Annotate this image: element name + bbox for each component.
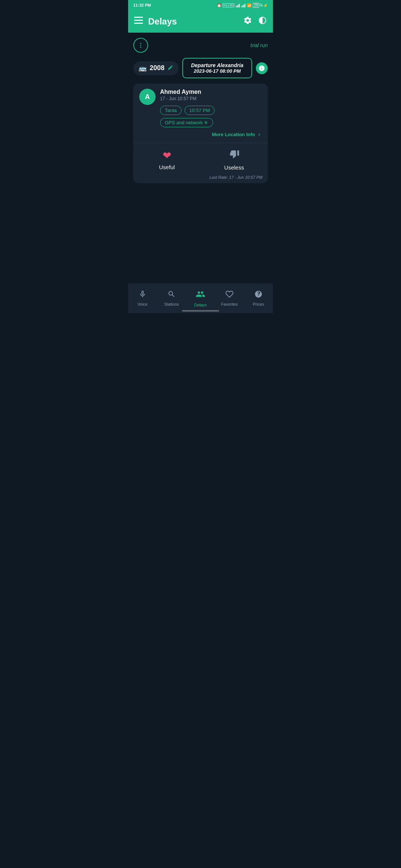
menu-button[interactable] <box>134 17 143 26</box>
app-title: Delays <box>148 16 177 27</box>
svg-rect-0 <box>134 17 143 18</box>
app-bar: Delays <box>128 10 273 33</box>
edit-icon[interactable] <box>167 65 173 72</box>
trial-run-label: trial run <box>250 42 268 48</box>
status-time: 11:32 PM <box>133 3 151 7</box>
departure-title: Departure Alexandria <box>188 62 247 68</box>
more-location-row: More Location Info <box>160 131 262 138</box>
signal-bars-1 <box>236 3 240 7</box>
train-number-badge: 🚌 2008 <box>133 61 179 75</box>
report-card: A Ahmed Aymen 17 - Jun 10:57 PM Tanta 10… <box>133 83 268 183</box>
train-info-row: 🚌 2008 Departure Alexandria 2023-06-17 0… <box>133 58 268 78</box>
main-content: trial run 🚌 2008 Departure Alexandria 20… <box>128 33 273 183</box>
info-button[interactable] <box>256 62 268 74</box>
alarm-icon: ⏰ <box>217 3 221 7</box>
app-bar-left: Delays <box>134 16 177 27</box>
heart-icon: ❤ <box>163 149 171 162</box>
nav-prices[interactable]: Prices <box>244 287 273 306</box>
bottom-nav: Voice Stations Delays Favorites <box>128 283 273 313</box>
thumbsdown-icon <box>229 149 239 162</box>
more-options-button[interactable] <box>133 38 148 53</box>
prices-nav-label: Prices <box>253 302 264 306</box>
report-tags: Tanta 10:57 PM GPS and network ✳ <box>160 106 262 127</box>
tag-location[interactable]: Tanta <box>160 106 182 115</box>
svg-point-4 <box>140 45 141 46</box>
home-indicator <box>182 310 219 312</box>
svg-rect-2 <box>134 23 143 24</box>
train-number: 2008 <box>150 64 164 72</box>
favorites-nav-label: Favorites <box>221 302 238 306</box>
status-icons: ⏰ Yo LTE 📶 29% ⚡ <box>217 3 268 8</box>
report-user-name: Ahmed Aymen <box>160 89 262 95</box>
app-bar-right <box>243 16 267 27</box>
departure-box[interactable]: Departure Alexandria 2023-06-17 08:00 PM <box>182 58 252 78</box>
delays-nav-label: Delays <box>194 303 207 307</box>
useless-label: Useless <box>224 164 244 171</box>
nav-delays[interactable]: Delays <box>186 286 215 307</box>
nav-favorites[interactable]: Favorites <box>215 287 244 306</box>
signal-bars-2 <box>241 3 245 7</box>
nav-voice[interactable]: Voice <box>128 287 157 306</box>
status-bar: 11:32 PM ⏰ Yo LTE 📶 29% ⚡ <box>128 0 273 10</box>
train-icon: 🚌 <box>138 64 147 72</box>
voice-nav-icon <box>138 290 147 300</box>
svg-rect-1 <box>134 20 143 21</box>
prices-nav-icon <box>254 290 263 300</box>
tag-gps[interactable]: GPS and network ✳ <box>160 118 213 127</box>
rating-row: ❤ Useful Useless <box>133 143 268 175</box>
top-row: trial run <box>133 38 268 53</box>
report-header: A Ahmed Aymen 17 - Jun 10:57 PM Tanta 10… <box>133 83 268 143</box>
svg-point-5 <box>140 47 141 48</box>
report-timestamp: 17 - Jun 10:57 PM <box>160 96 262 101</box>
stations-nav-label: Stations <box>164 302 179 306</box>
useless-button[interactable]: Useless <box>200 143 268 175</box>
battery-icon: 29% ⚡ <box>253 3 268 8</box>
report-user-row: A Ahmed Aymen 17 - Jun 10:57 PM Tanta 10… <box>139 89 262 138</box>
favorites-nav-icon <box>225 290 234 300</box>
departure-date: 2023-06-17 08:00 PM <box>188 68 247 74</box>
wifi-icon: 📶 <box>247 3 251 7</box>
tag-time[interactable]: 10:57 PM <box>185 106 215 115</box>
svg-point-3 <box>140 43 141 44</box>
useful-button[interactable]: ❤ Useful <box>133 144 200 175</box>
lte-icon: Yo LTE <box>223 3 234 7</box>
voice-nav-label: Voice <box>138 302 148 306</box>
avatar: A <box>139 89 156 105</box>
settings-icon[interactable] <box>243 16 252 27</box>
more-location-link[interactable]: More Location Info <box>212 132 262 137</box>
useful-label: Useful <box>159 164 175 170</box>
brightness-icon[interactable] <box>258 16 267 27</box>
nav-stations[interactable]: Stations <box>157 287 186 306</box>
delays-nav-icon <box>196 289 205 301</box>
stations-nav-icon <box>167 290 176 300</box>
report-user-info: Ahmed Aymen 17 - Jun 10:57 PM Tanta 10:5… <box>160 89 262 138</box>
last-rate-text: Last Rate: 17 - Jun 10:57 PM <box>133 175 268 183</box>
